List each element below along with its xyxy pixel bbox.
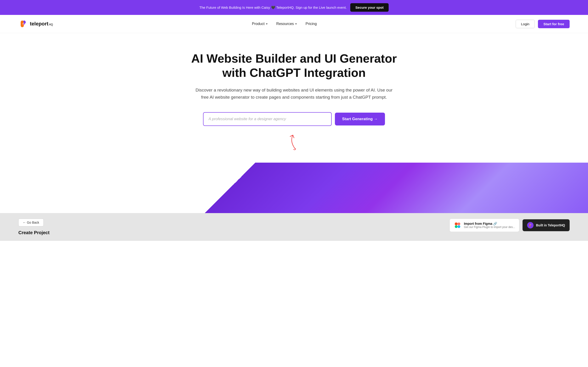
go-back-button[interactable]: ← Go Back [18,219,44,226]
hero-title: AI Website Builder and UI Generator with… [191,51,397,80]
nav-links: Product ▼ Resources ▼ Pricing [252,22,317,26]
svg-rect-4 [455,223,458,225]
diagonal-section [0,163,588,213]
hero-section: AI Website Builder and UI Generator with… [0,33,588,167]
nav-pricing[interactable]: Pricing [305,22,317,26]
figma-icon [454,222,461,229]
secure-spot-button[interactable]: Secure your spot [350,3,389,12]
navigation: teleportHQ Product ▼ Resources ▼ Pricing… [0,15,588,33]
search-container: Start Generating → [18,112,570,126]
built-in-teleport-badge[interactable]: Built in TeleportHQ [523,219,570,231]
bottom-left: ← Go Back Create Project [18,219,50,235]
figma-import-title: Import from Figma 🔗 [464,222,515,225]
start-free-button[interactable]: Start for free [538,20,570,28]
svg-rect-2 [455,225,458,228]
figma-import-subtitle: Get our Figma Plugin to import your des.… [464,225,515,229]
banner-text: The Future of Web Building Is Here with … [199,6,346,10]
svg-rect-1 [458,223,460,225]
bottom-panel: ← Go Back Create Project Import from Fig… [0,213,588,241]
built-in-label: Built in TeleportHQ [536,223,565,227]
product-chevron-icon: ▼ [266,23,268,25]
logo-icon [18,19,28,29]
bottom-right-actions: Import from Figma 🔗 Get our Figma Plugin… [450,219,570,232]
arrow-icon [287,133,301,151]
prompt-input[interactable] [203,112,332,126]
nav-product[interactable]: Product ▼ [252,22,268,26]
resources-chevron-icon: ▼ [295,23,297,25]
figma-import-button[interactable]: Import from Figma 🔗 Get our Figma Plugin… [450,219,519,232]
generate-button[interactable]: Start Generating → [335,113,385,125]
nav-resources[interactable]: Resources ▼ [276,22,297,26]
nav-actions: Login Start for free [516,20,570,28]
svg-point-3 [458,225,460,228]
create-project-title: Create Project [18,230,50,235]
top-banner: The Future of Web Building Is Here with … [0,0,588,15]
figma-text: Import from Figma 🔗 Get our Figma Plugin… [464,222,515,229]
hero-subtitle: Discover a revolutionary new way of buil… [195,86,393,101]
login-button[interactable]: Login [516,20,535,28]
arrow-annotation [18,133,570,151]
logo-name: teleportHQ [30,21,53,27]
logo[interactable]: teleportHQ [18,19,53,29]
teleport-badge-icon [527,222,534,228]
